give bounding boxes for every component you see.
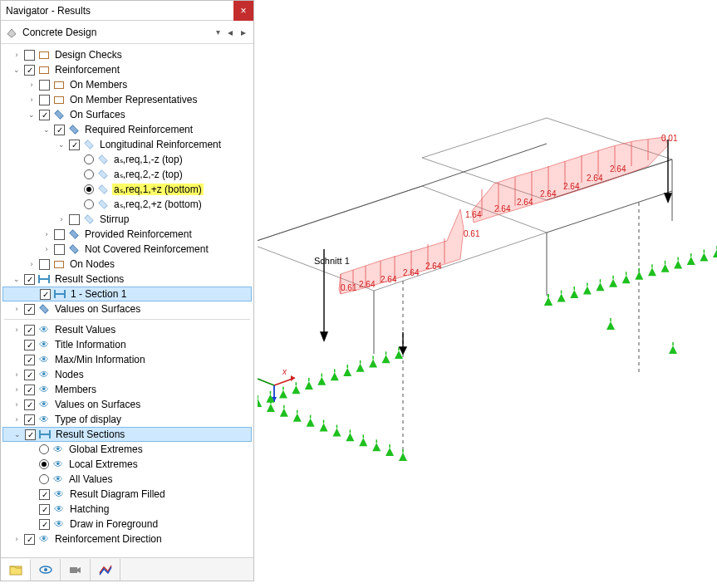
checkbox[interactable] bbox=[24, 50, 35, 61]
checkbox[interactable]: ✓ bbox=[39, 489, 50, 500]
checkbox[interactable]: ✓ bbox=[24, 325, 35, 336]
checkbox[interactable]: ✓ bbox=[24, 274, 35, 285]
tree-item-reinforcement[interactable]: ⌄✓Reinforcement bbox=[2, 62, 252, 77]
close-button[interactable]: × bbox=[233, 1, 253, 21]
expand-toggle[interactable]: › bbox=[12, 415, 22, 424]
tree-item-global-extremes[interactable]: 👁Global Extremes bbox=[2, 442, 252, 457]
radio[interactable] bbox=[39, 474, 49, 484]
radio[interactable] bbox=[39, 444, 49, 454]
prev-module-button[interactable]: ◂ bbox=[223, 26, 237, 39]
tree-item-provided-reinf[interactable]: ›Provided Reinforcement bbox=[2, 227, 252, 242]
tree-item-members2[interactable]: ›✓👁Members bbox=[2, 382, 252, 397]
data-label: 2.64 bbox=[587, 174, 603, 183]
tree-item-on-members[interactable]: ›On Members bbox=[2, 77, 252, 92]
tree-item-on-nodes[interactable]: ›On Nodes bbox=[2, 257, 252, 272]
checkbox[interactable] bbox=[54, 244, 65, 255]
tree-item-as2top[interactable]: aₛ,req,2,-z (top) bbox=[2, 167, 252, 182]
tree-item-as1bot[interactable]: aₛ,req,1,+z (bottom) bbox=[2, 182, 252, 197]
checkbox[interactable]: ✓ bbox=[24, 304, 35, 315]
expand-toggle[interactable]: ⌄ bbox=[56, 140, 66, 149]
expand-toggle[interactable]: ⌄ bbox=[27, 110, 37, 119]
expand-toggle[interactable]: › bbox=[12, 535, 22, 543]
checkbox[interactable]: ✓ bbox=[24, 534, 35, 545]
module-selector[interactable]: Concrete Design ▾ ◂ ▸ bbox=[1, 21, 253, 44]
checkbox[interactable]: ✓ bbox=[69, 140, 80, 150]
expand-toggle[interactable]: › bbox=[42, 245, 52, 253]
tree-item-long-reinf[interactable]: ⌄✓Longitudinal Reinforcement bbox=[2, 137, 252, 152]
checkbox[interactable] bbox=[54, 229, 65, 240]
checkbox[interactable]: ✓ bbox=[39, 504, 50, 515]
tree-item-required-reinf[interactable]: ⌄✓Required Reinforcement bbox=[2, 122, 252, 137]
expand-toggle[interactable]: ⌄ bbox=[12, 275, 22, 283]
radio[interactable] bbox=[39, 459, 49, 469]
tree-item-result-sections2[interactable]: ⌄✓Result Sections bbox=[2, 427, 252, 442]
tree-item-as1top[interactable]: aₛ,req,1,-z (top) bbox=[2, 152, 252, 167]
tree-item-as2bot[interactable]: aₛ,req,2,+z (bottom) bbox=[2, 197, 252, 212]
tree-item-not-covered[interactable]: ›Not Covered Reinforcement bbox=[2, 242, 252, 257]
expand-toggle[interactable]: › bbox=[12, 385, 22, 394]
expand-toggle[interactable]: › bbox=[12, 305, 22, 313]
radio[interactable] bbox=[84, 169, 94, 179]
expand-toggle[interactable]: ⌄ bbox=[42, 125, 52, 134]
tab-view[interactable] bbox=[31, 559, 61, 581]
expand-toggle[interactable]: ⌄ bbox=[12, 66, 22, 74]
next-module-button[interactable]: ▸ bbox=[237, 26, 250, 39]
expand-toggle[interactable]: › bbox=[27, 260, 37, 268]
checkbox[interactable] bbox=[39, 259, 50, 270]
expand-toggle[interactable]: › bbox=[12, 326, 22, 334]
checkbox[interactable]: ✓ bbox=[39, 110, 50, 120]
expand-toggle[interactable]: › bbox=[27, 81, 37, 89]
checkbox[interactable]: ✓ bbox=[24, 340, 35, 350]
checkbox[interactable]: ✓ bbox=[40, 289, 51, 300]
tab-project[interactable] bbox=[1, 559, 31, 581]
tree-item-stirrup[interactable]: ›Stirrup bbox=[2, 212, 252, 227]
tree-item-result-sections[interactable]: ⌄✓Result Sections bbox=[2, 272, 252, 287]
expand-toggle[interactable]: › bbox=[12, 51, 22, 59]
tab-results[interactable] bbox=[91, 559, 120, 581]
expand-toggle[interactable]: › bbox=[12, 370, 22, 379]
checkbox[interactable]: ✓ bbox=[24, 399, 35, 410]
tree-item-all-values[interactable]: 👁All Values bbox=[2, 472, 252, 487]
model-viewport[interactable]: 0.612.642.642.642.640.611.64 2.642.642.6… bbox=[258, 0, 717, 588]
expand-toggle[interactable]: › bbox=[42, 230, 52, 238]
tree-item-result-values[interactable]: ›✓👁Result Values bbox=[2, 322, 252, 337]
checkbox[interactable] bbox=[39, 80, 50, 91]
checkbox[interactable]: ✓ bbox=[25, 429, 36, 440]
tree-item-nodes[interactable]: ›✓👁Nodes bbox=[2, 367, 252, 382]
tree-item-design-checks[interactable]: ›Design Checks bbox=[2, 47, 252, 62]
tree-item-foreground[interactable]: ✓👁Draw in Foreground bbox=[2, 517, 252, 532]
tree-item-on-member-reps[interactable]: ›On Member Representatives bbox=[2, 92, 252, 107]
tab-camera[interactable] bbox=[61, 559, 91, 581]
checkbox[interactable]: ✓ bbox=[24, 355, 35, 365]
tree-item-diagram-filled[interactable]: ✓👁Result Diagram Filled bbox=[2, 487, 252, 502]
tree-item-title-info[interactable]: ✓👁Title Information bbox=[2, 337, 252, 352]
tree-item-maxmin-info[interactable]: ✓👁Max/Min Information bbox=[2, 352, 252, 367]
expand-toggle[interactable]: › bbox=[12, 400, 22, 409]
module-dropdown[interactable]: Concrete Design bbox=[22, 27, 213, 38]
checkbox[interactable]: ✓ bbox=[24, 370, 35, 380]
checkbox[interactable]: ✓ bbox=[39, 519, 50, 530]
checkbox[interactable]: ✓ bbox=[54, 125, 65, 135]
radio[interactable] bbox=[84, 154, 94, 164]
checkbox[interactable] bbox=[69, 214, 80, 225]
tree-item-values-on-surf2[interactable]: ›✓👁Values on Surfaces bbox=[2, 397, 252, 412]
tree-item-section1[interactable]: ✓1 - Section 1 bbox=[2, 287, 252, 301]
tree-item-values-on-surf-top[interactable]: ›✓Values on Surfaces bbox=[2, 301, 252, 316]
checkbox[interactable]: ✓ bbox=[24, 385, 35, 395]
checkbox[interactable] bbox=[39, 95, 50, 105]
tree-item-local-extremes[interactable]: 👁Local Extremes bbox=[2, 457, 252, 472]
checkbox[interactable]: ✓ bbox=[24, 65, 35, 76]
radio[interactable] bbox=[84, 199, 94, 209]
tree-item-hatching[interactable]: ✓👁Hatching bbox=[2, 502, 252, 517]
tree-item-type-of-display[interactable]: ›✓👁Type of display bbox=[2, 412, 252, 427]
expand-toggle[interactable]: ⌄ bbox=[12, 430, 22, 439]
tree-item-reinf-direction[interactable]: ›✓👁Reinforcement Direction bbox=[2, 532, 252, 546]
tree-item-on-surfaces[interactable]: ⌄✓On Surfaces bbox=[2, 107, 252, 122]
tree-item-label: On Nodes bbox=[68, 258, 116, 270]
radio[interactable] bbox=[84, 184, 94, 194]
eye-icon: 👁 bbox=[37, 324, 51, 336]
checkbox[interactable]: ✓ bbox=[24, 414, 35, 425]
results-tree[interactable]: ›Design Checks⌄✓Reinforcement›On Members… bbox=[1, 44, 253, 557]
expand-toggle[interactable]: › bbox=[56, 215, 66, 223]
expand-toggle[interactable]: › bbox=[27, 96, 37, 104]
